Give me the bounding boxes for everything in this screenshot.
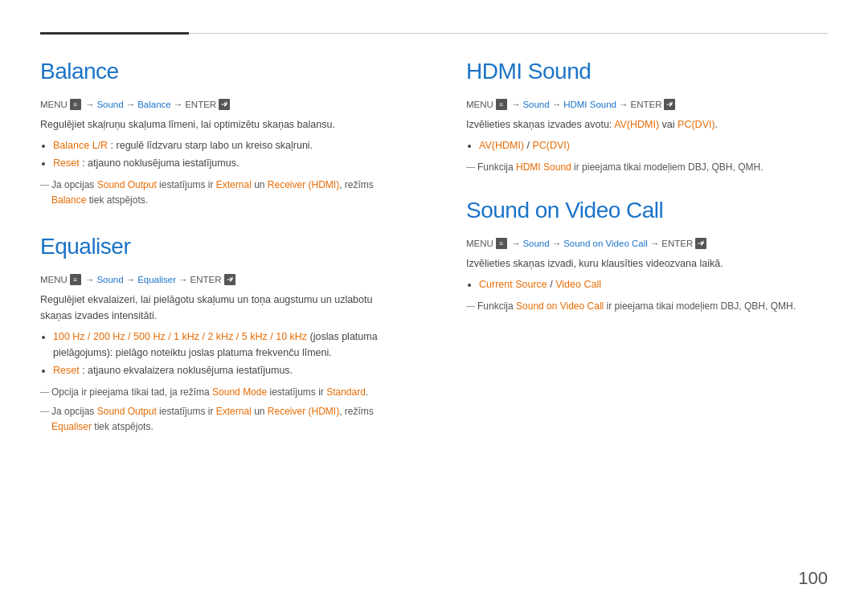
equaliser-bullets: 100 Hz / 200 Hz / 500 Hz / 1 kHz / 2 kHz… bbox=[53, 329, 402, 378]
page-number: 100 bbox=[798, 568, 828, 589]
sound-on-video-call-section: Sound on Video Call MENU → Sound → Sound… bbox=[466, 198, 828, 314]
balance-note: Ja opcijas Sound Output iestatījums ir E… bbox=[40, 178, 402, 208]
balance-bullets: Balance L/R : regulē līdzvaru starp labo… bbox=[53, 137, 402, 171]
right-column: HDMI Sound MENU → Sound → HDMI Sound → E… bbox=[434, 59, 828, 438]
list-item: AV(HDMI) / PC(DVI) bbox=[479, 137, 828, 153]
top-divider bbox=[40, 32, 828, 35]
list-item: Reset : atjauno ekvalaizera noklusējuma … bbox=[53, 362, 402, 378]
hdmi-sound-nav-link: HDMI Sound bbox=[563, 100, 616, 109]
sovc-note: Funkcija Sound on Video Call ir pieejama… bbox=[466, 299, 828, 314]
menu-icon bbox=[496, 238, 507, 249]
balance-link: Balance bbox=[137, 100, 171, 109]
balance-menu-path: MENU → Sound → Balance → ENTER bbox=[40, 99, 402, 110]
left-column: Balance MENU → Sound → Balance → ENTER bbox=[40, 59, 434, 438]
menu-icon bbox=[496, 99, 507, 110]
menu-label: MENU bbox=[40, 100, 68, 109]
balance-reset-link: Reset bbox=[53, 157, 80, 169]
sovc-menu-path: MENU → Sound → Sound on Video Call → ENT… bbox=[466, 238, 828, 249]
equaliser-menu-path: MENU → Sound → Equaliser → ENTER bbox=[40, 274, 402, 285]
enter-icon bbox=[219, 99, 230, 110]
balance-lr-link: Balance L/R bbox=[53, 140, 108, 151]
menu-label: MENU bbox=[40, 275, 68, 284]
sovc-bullets: Current Source / Video Call bbox=[479, 276, 828, 292]
hdmi-sound-title: HDMI Sound bbox=[466, 59, 828, 84]
sovc-nav-link: Sound on Video Call bbox=[563, 239, 648, 248]
video-call-link: Video Call bbox=[555, 279, 601, 290]
equaliser-title: Equaliser bbox=[40, 234, 402, 260]
hdmi-bullets: AV(HDMI) / PC(DVI) bbox=[479, 137, 828, 153]
hdmi-note: Funkcija HDMI Sound ir pieejama tikai mo… bbox=[466, 160, 828, 175]
enter-icon bbox=[695, 238, 706, 249]
equaliser-intro: Regulējiet ekvalaizeri, lai pielāgotu sk… bbox=[40, 292, 402, 324]
enter-icon bbox=[664, 99, 675, 110]
eq-sound-link: Sound bbox=[96, 275, 123, 284]
equaliser-section: Equaliser MENU → Sound → Equaliser → ENT… bbox=[40, 234, 402, 435]
sovc-sound-link: Sound bbox=[522, 239, 549, 248]
divider-dark bbox=[40, 32, 189, 35]
sound-on-video-call-title: Sound on Video Call bbox=[466, 198, 828, 223]
current-source-link: Current Source bbox=[479, 279, 547, 290]
balance-section: Balance MENU → Sound → Balance → ENTER bbox=[40, 59, 402, 208]
hdmi-intro: Izvēlieties skaņas izvades avotu: AV(HDM… bbox=[466, 116, 828, 133]
balance-intro: Regulējiet skaļruņu skaļuma līmeni, lai … bbox=[40, 116, 402, 133]
menu-icon bbox=[70, 99, 81, 110]
list-item: 100 Hz / 200 Hz / 500 Hz / 1 kHz / 2 kHz… bbox=[53, 329, 402, 361]
sovc-intro: Izvēlieties skaņas izvadi, kuru klausīti… bbox=[466, 255, 828, 272]
equaliser-note2: Ja opcijas Sound Output iestatījums ir E… bbox=[40, 404, 402, 435]
hdmi-sound-link: Sound bbox=[522, 100, 549, 109]
hdmi-sound-section: HDMI Sound MENU → Sound → HDMI Sound → E… bbox=[466, 59, 828, 175]
list-item: Current Source / Video Call bbox=[479, 276, 828, 292]
equaliser-link: Equaliser bbox=[137, 275, 176, 284]
balance-sound-link: Sound bbox=[96, 100, 123, 109]
equaliser-note1: Opcija ir pieejama tikai tad, ja režīma … bbox=[40, 385, 402, 400]
list-item: Balance L/R : regulē līdzvaru starp labo… bbox=[53, 137, 402, 153]
enter-icon bbox=[224, 274, 235, 285]
hdmi-menu-path: MENU → Sound → HDMI Sound → ENTER bbox=[466, 99, 828, 110]
list-item: Reset : atjauno noklusējuma iestatījumus… bbox=[53, 155, 402, 171]
divider-light bbox=[189, 33, 828, 34]
menu-icon bbox=[70, 274, 81, 285]
balance-title: Balance bbox=[40, 59, 402, 84]
